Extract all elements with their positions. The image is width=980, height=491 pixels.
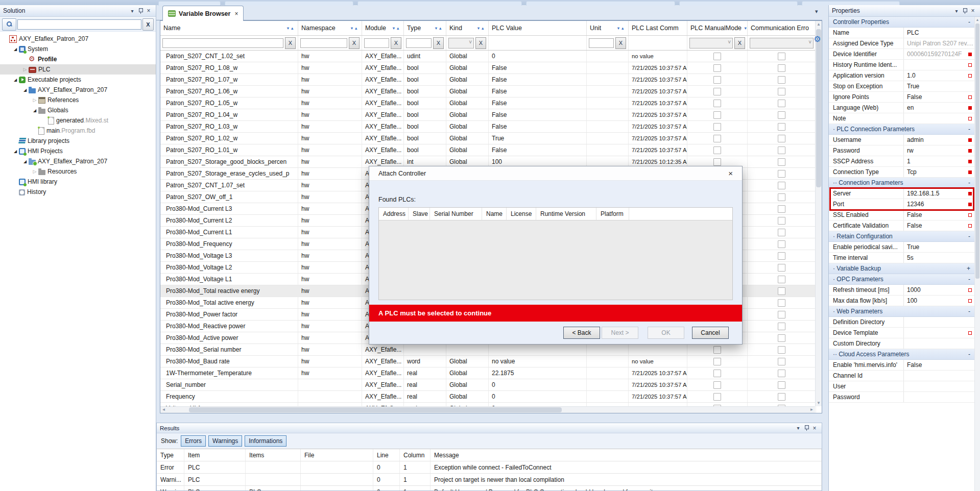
results-column-type[interactable]: Type <box>157 449 184 461</box>
property-section-plc-connection-parameters[interactable]: · PLC Connection Parameters- <box>829 124 974 135</box>
property-row-language-web[interactable]: Language (Web)en <box>829 103 974 113</box>
property-section-opc-parameters[interactable]: · OPC Parameters- <box>829 274 974 285</box>
communication-erro-checkbox[interactable] <box>778 299 785 307</box>
table-row[interactable]: 1W-Thermometer_TemperaturehwAXY_Efafle..… <box>160 367 822 379</box>
property-value[interactable]: 192.168.1.5 <box>904 190 968 197</box>
plc-manualmode-checkbox[interactable] <box>713 358 721 365</box>
results-row[interactable]: Warni...PLC01Project on target is newer … <box>157 474 822 486</box>
collapse-icon[interactable]: - <box>968 351 974 358</box>
plc-manualmode-checkbox[interactable] <box>713 370 721 377</box>
property-row-note[interactable]: Note <box>829 113 974 124</box>
communication-erro-checkbox[interactable] <box>778 264 785 272</box>
communication-erro-checkbox[interactable] <box>778 100 785 107</box>
tree-item-plc[interactable]: ▷PLC <box>0 64 156 75</box>
scroll-down-icon[interactable]: ▼ <box>816 400 822 406</box>
results-row[interactable]: Warni...PLCPLC01Default Username / Passw… <box>157 486 822 491</box>
column-header-plc-manualmode[interactable]: PLC ManualMode▼▲ <box>687 21 748 35</box>
tree-expanded-icon[interactable]: ◢ <box>21 88 29 92</box>
communication-erro-checkbox[interactable] <box>778 217 785 225</box>
property-row-connection-type[interactable]: Connection TypeTcp <box>829 167 974 178</box>
communication-erro-checkbox[interactable] <box>778 381 785 389</box>
filter-clear-button[interactable]: X <box>349 37 360 49</box>
search-button[interactable] <box>2 18 16 31</box>
table-row[interactable]: Serial_numberAXY_Efafle...realGlobal07/2… <box>160 379 822 391</box>
scroll-left-icon[interactable]: ◄ <box>160 407 167 413</box>
tree-expanded-icon[interactable]: ◢ <box>21 159 29 164</box>
table-row[interactable]: Patron_S207_RO_1.03_whwAXY_Efafle...bool… <box>160 121 822 133</box>
close-icon[interactable]: × <box>145 7 153 15</box>
property-value[interactable]: 100 <box>904 297 968 304</box>
browser-tab[interactable] <box>679 1 798 6</box>
tab-list-chevron-icon[interactable]: ▾ <box>815 8 818 15</box>
results-row[interactable]: ErrorPLC01Exception while connect - Fail… <box>157 461 822 474</box>
property-value[interactable]: False <box>904 211 968 218</box>
property-row-application-version[interactable]: Application version1.0 <box>829 70 974 81</box>
plc-manualmode-checkbox[interactable] <box>713 146 721 154</box>
sort-arrows-icon[interactable]: ▼▲ <box>390 26 400 31</box>
property-row-stop-on-exception[interactable]: Stop on ExceptionTrue <box>829 81 974 92</box>
table-row[interactable]: Patron_S207_RO_1.08_whwAXY_Efafle...bool… <box>160 62 822 74</box>
communication-erro-checkbox[interactable] <box>778 370 785 377</box>
show-informations-toggle[interactable]: Informations <box>245 435 286 447</box>
tree-item-system[interactable]: ◢System <box>0 44 156 54</box>
tab-variable-browser[interactable]: Variable Browser × <box>162 6 244 21</box>
tab-close-icon[interactable]: × <box>234 10 238 17</box>
property-row-refresh-timeout-ms[interactable]: Refresh timeout [ms]1000 <box>829 285 974 296</box>
communication-erro-checkbox[interactable] <box>778 170 785 178</box>
table-row[interactable]: Patron_S207_RO_1.01_whwAXY_Efafle...bool… <box>160 144 822 156</box>
results-column-column[interactable]: Column <box>400 449 431 461</box>
property-value[interactable]: False <box>904 361 974 369</box>
plc-manualmode-checkbox[interactable] <box>713 123 721 131</box>
communication-erro-checkbox[interactable] <box>778 334 785 342</box>
back-button[interactable]: < Back <box>563 327 600 339</box>
property-row-ignore-points[interactable]: Ignore PointsFalse <box>829 92 974 103</box>
chevron-down-icon[interactable]: ▾ <box>128 7 136 15</box>
table-row[interactable]: Patron_S207_RO_1.06_whwAXY_Efafle...bool… <box>160 86 822 97</box>
property-row-time-interval[interactable]: Time interval5s <box>829 253 974 263</box>
plc-manualmode-checkbox[interactable] <box>713 346 721 354</box>
table-row[interactable]: FrequencyAXY_Efafle...realGlobal07/21/20… <box>160 391 822 403</box>
filter-select-communication-erro[interactable]: ˅ <box>750 38 814 48</box>
properties-scroll-thumb[interactable] <box>975 23 979 279</box>
tree-item-main[interactable]: main.Program.fbd <box>0 126 156 136</box>
collapse-icon[interactable]: - <box>968 126 974 133</box>
ok-button[interactable]: OK <box>648 327 684 339</box>
property-value[interactable]: Unipi Patron S207 rev.... <box>904 40 974 47</box>
dialog-title-bar[interactable]: Attach Controller × <box>369 166 742 181</box>
table-row[interactable]: Patron_S207_RO_1.04_whwAXY_Efafle...bool… <box>160 109 822 121</box>
pin-icon[interactable] <box>961 7 969 15</box>
collapse-icon[interactable]: - <box>968 179 974 186</box>
filter-input-type[interactable] <box>406 38 432 48</box>
plc-manualmode-checkbox[interactable] <box>713 135 721 142</box>
show-warnings-toggle[interactable]: Warnings <box>208 435 242 447</box>
collapse-icon[interactable]: - <box>968 233 974 240</box>
browser-tab[interactable] <box>357 1 522 6</box>
communication-erro-checkbox[interactable] <box>778 346 785 354</box>
pin-icon[interactable] <box>802 424 810 432</box>
property-row-history-runtime-ident[interactable]: History Runtime Ident... <box>829 60 974 70</box>
property-row-password[interactable]: Password <box>829 392 974 403</box>
column-header-communication-erro[interactable]: Communication Erro <box>748 21 816 35</box>
property-value[interactable]: Tcp <box>904 168 968 176</box>
scroll-up-icon[interactable]: ▲ <box>816 21 822 28</box>
column-header-unit[interactable]: Unit▼▲ <box>587 21 629 35</box>
column-header-namespace[interactable]: Namespace▼▲ <box>298 21 362 35</box>
tree-item-executable-projects[interactable]: ◢Executable projects <box>0 75 156 85</box>
tree-collapsed-icon[interactable]: ▷ <box>31 169 38 174</box>
column-header-type[interactable]: Type▼▲ <box>404 21 446 35</box>
column-header-module[interactable]: Module▼▲ <box>362 21 404 35</box>
communication-erro-checkbox[interactable] <box>778 135 785 142</box>
pin-icon[interactable] <box>136 7 145 15</box>
table-row[interactable]: Patron_S207_RO_1.07_whwAXY_Efafle...bool… <box>160 74 822 86</box>
collapse-icon[interactable]: - <box>968 308 974 315</box>
chevron-down-icon[interactable]: ▾ <box>794 424 802 432</box>
cancel-button[interactable]: Cancel <box>692 327 729 339</box>
property-row-device-template[interactable]: Device Template <box>829 328 974 338</box>
results-column-file[interactable]: File <box>301 449 373 461</box>
filter-clear-button[interactable]: X <box>615 37 626 49</box>
property-value[interactable]: rw <box>904 147 968 154</box>
solution-search-input[interactable] <box>17 19 141 30</box>
tree-collapsed-icon[interactable]: ▷ <box>31 97 38 103</box>
sort-arrows-icon[interactable]: ▼▲ <box>284 26 295 31</box>
property-section-connection-parameters[interactable]: ·· Connection Parameters- <box>829 178 974 188</box>
